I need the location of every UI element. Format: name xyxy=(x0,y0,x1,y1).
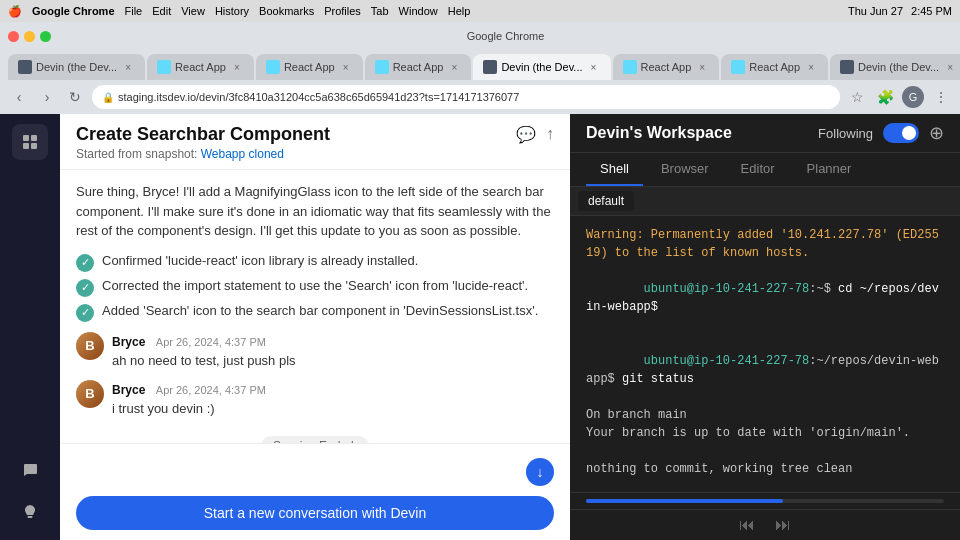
menu-window[interactable]: Window xyxy=(399,5,438,17)
message-text-0: ah no need to test, just push pls xyxy=(112,352,554,370)
workspace-menu-icon[interactable]: ⊕ xyxy=(929,122,944,144)
workspace-header: Devin's Workspace Following ⊕ xyxy=(570,114,960,153)
term-line-6: nothing to commit, working tree clean xyxy=(586,460,944,478)
tab-label-1: React App xyxy=(175,61,226,73)
tab-planner[interactable]: Planner xyxy=(793,153,866,186)
sidebar-item-grid[interactable] xyxy=(12,124,48,160)
app-name[interactable]: Google Chrome xyxy=(32,5,115,17)
tab-close-3[interactable]: × xyxy=(447,60,461,74)
main-content: Create Searchbar Component 💬 ↑ Started f… xyxy=(0,114,960,540)
terminal-tab-default[interactable]: default xyxy=(578,191,634,211)
tab-1[interactable]: React App × xyxy=(147,54,254,80)
date-display: Thu Jun 27 xyxy=(848,5,903,17)
tab-6[interactable]: React App × xyxy=(721,54,828,80)
tab-label-0: Devin (the Dev... xyxy=(36,61,117,73)
extensions-button[interactable]: 🧩 xyxy=(874,86,896,108)
tab-label-5: React App xyxy=(641,61,692,73)
tab-favicon-1 xyxy=(157,60,171,74)
profile-button[interactable]: G xyxy=(902,86,924,108)
reload-button[interactable]: ↻ xyxy=(64,86,86,108)
maximize-button[interactable] xyxy=(40,31,51,42)
apple-menu[interactable]: 🍎 xyxy=(8,5,22,18)
tab-7[interactable]: Devin (the Dev... × xyxy=(830,54,960,80)
browser-frame: Google Chrome Devin (the Dev... × React … xyxy=(0,22,960,114)
menu-bookmarks[interactable]: Bookmarks xyxy=(259,5,314,17)
tab-close-7[interactable]: × xyxy=(943,60,957,74)
term-sep-1: :~$ xyxy=(809,282,831,296)
conv-title: Create Searchbar Component xyxy=(76,124,330,145)
tab-close-0[interactable]: × xyxy=(121,60,135,74)
bookmark-button[interactable]: ☆ xyxy=(846,86,868,108)
tab-close-4[interactable]: × xyxy=(587,60,601,74)
ai-message: Sure thing, Bryce! I'll add a Magnifying… xyxy=(76,182,554,241)
message-author-1: Bryce xyxy=(112,383,145,397)
menu-view[interactable]: View xyxy=(181,5,205,17)
tab-close-1[interactable]: × xyxy=(230,60,244,74)
share-icon[interactable]: 💬 xyxy=(516,125,536,144)
conv-subtitle: Started from snapshot: Webapp cloned xyxy=(76,147,554,161)
term-line-0: Warning: Permanently added '10.241.227.7… xyxy=(586,226,944,262)
address-bar: ‹ › ↻ 🔒 staging.itsdev.io/devin/3fc8410a… xyxy=(0,80,960,114)
minimize-button[interactable] xyxy=(24,31,35,42)
conv-header: Create Searchbar Component 💬 ↑ Started f… xyxy=(60,114,570,170)
rewind-button[interactable]: ⏮ xyxy=(739,516,755,534)
tab-4[interactable]: Devin (the Dev... × xyxy=(473,54,610,80)
message-time-1: Apr 26, 2024, 4:37 PM xyxy=(156,384,266,396)
tab-favicon-7 xyxy=(840,60,854,74)
term-prompt-2: ubuntu@ip-10-241-227-78 xyxy=(644,354,810,368)
tab-favicon-3 xyxy=(375,60,389,74)
mac-menubar: 🍎 Google Chrome File Edit View History B… xyxy=(0,0,960,22)
tab-editor[interactable]: Editor xyxy=(727,153,789,186)
tab-3[interactable]: React App × xyxy=(365,54,472,80)
tab-5[interactable]: React App × xyxy=(613,54,720,80)
following-toggle[interactable] xyxy=(883,123,919,143)
snapshot-label[interactable]: Webapp cloned xyxy=(201,147,284,161)
tab-0[interactable]: Devin (the Dev... × xyxy=(8,54,145,80)
menu-profiles[interactable]: Profiles xyxy=(324,5,361,17)
menu-button[interactable]: ⋮ xyxy=(930,86,952,108)
menu-edit[interactable]: Edit xyxy=(152,5,171,17)
user-message-0: B Bryce Apr 26, 2024, 4:37 PM ah no need… xyxy=(76,332,554,370)
close-button[interactable] xyxy=(8,31,19,42)
check-item-2: ✓ Added 'Search' icon to the search bar … xyxy=(76,303,554,322)
tab-label-3: React App xyxy=(393,61,444,73)
sidebar-item-chat[interactable] xyxy=(12,452,48,488)
tab-close-5[interactable]: × xyxy=(695,60,709,74)
sidebar-item-lightbulb[interactable] xyxy=(12,494,48,530)
term-line-2: ubuntu@ip-10-241-227-78:~/repos/devin-we… xyxy=(586,334,944,406)
check-text-0: Confirmed 'lucide-react' icon library is… xyxy=(102,253,418,268)
menu-history[interactable]: History xyxy=(215,5,249,17)
message-content-1: Bryce Apr 26, 2024, 4:37 PM i trust you … xyxy=(112,380,554,418)
menu-tab[interactable]: Tab xyxy=(371,5,389,17)
svg-rect-1 xyxy=(31,135,37,141)
menu-file[interactable]: File xyxy=(125,5,143,17)
tab-label-7: Devin (the Dev... xyxy=(858,61,939,73)
conv-messages: Sure thing, Bryce! I'll add a Magnifying… xyxy=(60,170,570,443)
tab-2[interactable]: React App × xyxy=(256,54,363,80)
back-button[interactable]: ‹ xyxy=(8,86,30,108)
forward-button[interactable]: ⏭ xyxy=(775,516,791,534)
scroll-down-button[interactable]: ↓ xyxy=(526,458,554,486)
tab-shell[interactable]: Shell xyxy=(586,153,643,186)
lock-icon: 🔒 xyxy=(102,92,114,103)
forward-button[interactable]: › xyxy=(36,86,58,108)
tab-label-4: Devin (the Dev... xyxy=(501,61,582,73)
message-time-0: Apr 26, 2024, 4:37 PM xyxy=(156,336,266,348)
avatar-inner-0: B xyxy=(76,332,104,360)
new-conversation-button[interactable]: Start a new conversation with Devin xyxy=(76,496,554,530)
message-content-0: Bryce Apr 26, 2024, 4:37 PM ah no need t… xyxy=(112,332,554,370)
term-cmd-2: git status xyxy=(615,372,694,386)
mac-menubar-right: Thu Jun 27 2:45 PM xyxy=(848,5,952,17)
term-prompt-1: ubuntu@ip-10-241-227-78 xyxy=(644,282,810,296)
upload-icon[interactable]: ↑ xyxy=(546,125,554,144)
svg-rect-4 xyxy=(28,516,33,518)
tab-browser[interactable]: Browser xyxy=(647,153,723,186)
tab-close-2[interactable]: × xyxy=(339,60,353,74)
check-item-1: ✓ Corrected the import statement to use … xyxy=(76,278,554,297)
menu-help[interactable]: Help xyxy=(448,5,471,17)
tab-planner-label: Planner xyxy=(807,161,852,176)
tab-close-6[interactable]: × xyxy=(804,60,818,74)
tab-label-6: React App xyxy=(749,61,800,73)
url-bar[interactable]: 🔒 staging.itsdev.io/devin/3fc8410a31204c… xyxy=(92,85,840,109)
terminal-controls: ⏮ ⏭ xyxy=(570,509,960,540)
